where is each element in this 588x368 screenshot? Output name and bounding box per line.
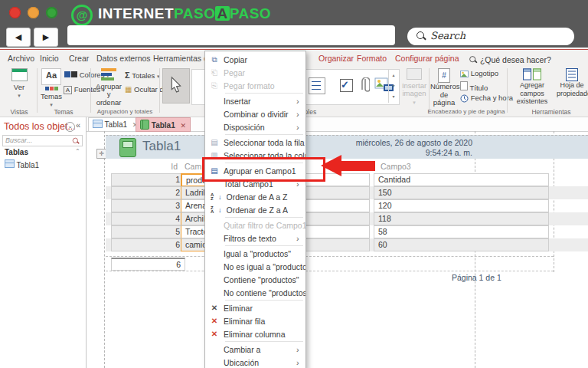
menu-item-pegar[interactable]: ⎗ Pegar	[205, 66, 305, 79]
numeros-de-pagina-button[interactable]: # Números de página	[430, 68, 458, 107]
fecha-y-hora-button[interactable]: Fecha y hora	[460, 94, 513, 105]
menu-item-seleccionar-fila[interactable]: ▤ Seleccionar toda la fila	[205, 136, 305, 149]
select-pointer-button[interactable]	[162, 68, 190, 104]
insertar-imagen-button[interactable]: Insertar imagen ▾	[401, 68, 427, 107]
tab-formato[interactable]: Formato	[357, 54, 387, 63]
hoja-propiedades-button[interactable]: Hoja de propiedades	[557, 68, 587, 97]
menu-item-eliminar-columna[interactable]: ✕ Eliminar columna	[205, 327, 305, 340]
menu-item-quitar-filtro[interactable]: Quitar filtro de Campo1	[205, 219, 305, 232]
forward-button[interactable]: ▶	[34, 28, 58, 47]
menu-item-pegar-formato[interactable]: ⎘ Pegar formato	[205, 79, 305, 92]
cell-id[interactable]: 2	[111, 186, 185, 199]
totales-button[interactable]: Σ Totales ▾	[125, 71, 160, 82]
copy-icon: ⧉	[205, 55, 224, 64]
tab-inicio[interactable]: Inicio	[40, 54, 59, 63]
close-window-icon[interactable]	[9, 7, 21, 18]
hide-details-icon: ▦	[125, 85, 132, 94]
record-count-total[interactable]: 6	[111, 258, 185, 271]
nav-menu-icon[interactable]: ⌄	[65, 122, 75, 132]
view-icon	[11, 68, 28, 81]
access-tutorial-screenshot: @ INTERNETPASOAPASO ◀ ▶ Search Archivo I…	[0, 0, 588, 368]
sort-az-icon: AZ	[211, 193, 217, 201]
nav-search-box[interactable]: Buscar...	[2, 135, 83, 146]
annotation-highlight-box	[202, 157, 325, 182]
titulo-button[interactable]: Título	[460, 81, 488, 93]
search-box[interactable]: Search	[407, 28, 574, 45]
close-icon[interactable]: ✕	[181, 122, 187, 130]
tab-configurar-pagina[interactable]: Configurar página	[395, 54, 459, 63]
menu-item-copiar[interactable]: ⧉ Copiar	[205, 53, 305, 66]
menu-item-no-contiene[interactable]: No contiene "productos"	[205, 286, 305, 299]
annotation-arrow-icon	[321, 155, 341, 176]
cell-campo3[interactable]: 120	[374, 199, 549, 212]
report-title-icon	[119, 138, 136, 157]
tell-me-box[interactable]: ¿Qué desea hacer?	[469, 54, 551, 64]
menu-item-contiene[interactable]: Contiene "productos"	[205, 273, 305, 286]
cell-id[interactable]: 3	[111, 199, 185, 212]
report-header-band[interactable]: Tabla1 miércoles, 26 de agosto de 2020 9…	[106, 135, 588, 159]
paste-format-icon: ⎘	[205, 81, 224, 90]
cell-campo3[interactable]: 118	[374, 212, 549, 225]
submenu-arrow-icon: ›	[296, 345, 305, 354]
ver-button[interactable]: Ver ▾	[6, 68, 32, 100]
menu-separator	[225, 300, 303, 301]
collapse-section-icon[interactable]: ⌃	[75, 148, 80, 155]
nav-section-tablas[interactable]: Tablas	[5, 148, 28, 156]
cursor-arrow-icon	[169, 76, 183, 94]
logotipo-button[interactable]: Logotipo	[460, 69, 498, 80]
cell-id[interactable]: 1	[111, 173, 185, 186]
menu-item-ordenar-z-a[interactable]: ZA ↓ Ordenar de Z a A	[205, 203, 305, 216]
column-header-campo3[interactable]: Campo3	[381, 162, 411, 171]
sort-arrow-icon: ↓	[218, 206, 222, 214]
report-title: Tabla1	[142, 139, 181, 154]
doc-tab-tabla1-datasheet[interactable]: Tabla1 ✕	[88, 117, 142, 132]
menu-item-eliminar-fila[interactable]: ✕ Eliminar fila	[205, 314, 305, 327]
agrupar-y-ordenar-button[interactable]: Agrupar y ordenar	[93, 68, 124, 107]
cell-campo3[interactable]: 150	[374, 186, 549, 199]
combo-control-icon[interactable]	[309, 77, 325, 97]
menu-item-cambiar-a[interactable]: Cambiar a ›	[205, 343, 305, 356]
group-divider	[37, 68, 38, 113]
menu-item-filtros-de-texto[interactable]: Filtros de texto ›	[205, 232, 305, 245]
nav-item-tabla1[interactable]: Tabla1	[5, 159, 39, 169]
page-footer-dashed-line	[106, 271, 554, 271]
menu-item-eliminar[interactable]: ✕ Eliminar	[205, 301, 305, 314]
cell-id[interactable]: 6	[111, 238, 185, 251]
menu-item-insertar[interactable]: Insertar ›	[205, 94, 305, 107]
temas-button[interactable]: Aa Temas ▾	[41, 68, 62, 110]
shutter-close-icon[interactable]: «	[76, 120, 80, 130]
maximize-window-icon[interactable]	[46, 7, 57, 18]
menu-item-disposicion[interactable]: Disposición ›	[205, 120, 305, 133]
menu-item-no-es-igual-a[interactable]: No es igual a "productos"	[205, 260, 305, 273]
group-divider	[90, 68, 91, 113]
back-button[interactable]: ◀	[6, 28, 31, 47]
attachment-control-icon[interactable]	[361, 77, 370, 94]
doc-tab-tabla1-report-active[interactable]: Tabla1 ✕	[136, 117, 191, 132]
column-header-id[interactable]: Id	[147, 162, 178, 171]
report-time[interactable]: 9:54:24 a. m.	[426, 148, 472, 157]
gallery-scrollbar[interactable]: ▴▾▾	[388, 70, 398, 103]
cell-campo3[interactable]: 58	[374, 225, 549, 238]
tab-crear[interactable]: Crear	[69, 54, 89, 63]
cell-id[interactable]: 4	[111, 212, 185, 225]
minimize-window-icon[interactable]	[28, 7, 39, 18]
submenu-arrow-icon: ›	[296, 123, 305, 132]
cell-id[interactable]: 5	[111, 225, 185, 238]
tab-organizar[interactable]: Organizar	[318, 54, 354, 63]
report-date[interactable]: miércoles, 26 de agosto de 2020	[356, 138, 472, 147]
address-bar[interactable]	[67, 25, 395, 45]
tab-datos-externos[interactable]: Datos externos	[96, 54, 151, 63]
agregar-campos-button[interactable]: Agregar campos existentes	[508, 68, 556, 106]
colors-icon	[64, 71, 70, 77]
checkbox-control-icon[interactable]: ✓	[340, 77, 353, 92]
menu-item-igual-a[interactable]: Igual a "productos"	[205, 247, 305, 260]
cell-campo3[interactable]: 60	[374, 238, 549, 251]
menu-item-ubicacion[interactable]: Ubicación ›	[205, 356, 305, 368]
menu-item-combinar-o-dividir[interactable]: Combinar o dividir ›	[205, 107, 305, 120]
sigma-icon: Σ	[125, 71, 130, 80]
search-icon	[416, 31, 426, 41]
menu-separator	[225, 245, 303, 246]
menu-item-ordenar-a-z[interactable]: AZ ↓ Ordenar de A a Z	[205, 190, 305, 203]
tab-archivo[interactable]: Archivo	[8, 54, 34, 63]
cell-campo3[interactable]: Cantidad	[374, 173, 549, 186]
